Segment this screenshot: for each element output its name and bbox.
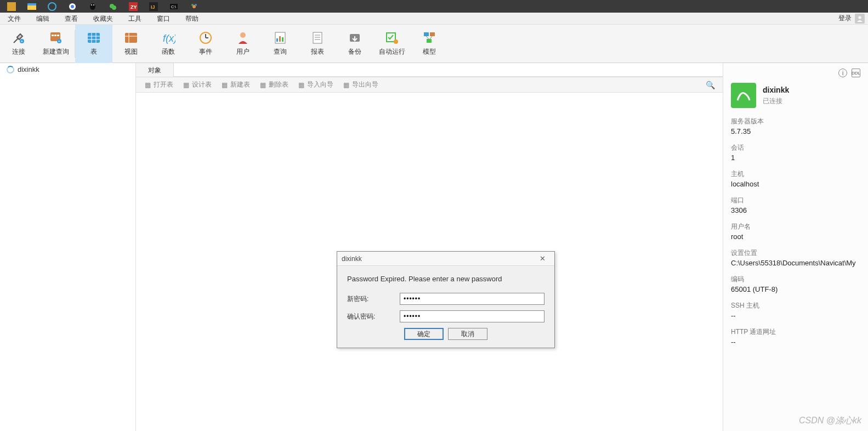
- sub-delete-table[interactable]: ▦删除表: [256, 79, 292, 90]
- info-label: 用户名: [731, 222, 860, 231]
- taskbar-app-1[interactable]: [1, 0, 21, 13]
- taskbar-app-2[interactable]: [21, 0, 42, 13]
- tool-report[interactable]: 报表: [299, 25, 336, 63]
- info-block: 设置位置C:\Users\55318\Documents\Navicat\My: [731, 248, 860, 267]
- svg-rect-55: [427, 39, 432, 43]
- info-value: --: [731, 311, 860, 320]
- address-bar[interactable]: [174, 63, 723, 77]
- tool-label: 视图: [124, 47, 138, 56]
- tool-event[interactable]: 事件: [187, 25, 224, 63]
- menu-help[interactable]: 帮助: [178, 13, 206, 25]
- search-icon[interactable]: 🔍: [706, 81, 718, 89]
- close-icon[interactable]: ✕: [535, 254, 550, 263]
- plug-icon: +: [12, 31, 26, 45]
- sidebar: dixinkk: [0, 63, 136, 431]
- menu-tools[interactable]: 工具: [121, 13, 149, 25]
- taskbar-app-8[interactable]: IJ: [143, 0, 163, 13]
- sub-design-table[interactable]: ▦设计表: [179, 79, 215, 90]
- menu-file[interactable]: 文件: [0, 13, 29, 25]
- tool-label: 查询: [274, 47, 287, 56]
- connection-name: dixinkk: [18, 65, 39, 73]
- tool-backup[interactable]: 备份: [336, 25, 373, 63]
- tool-label: 函数: [162, 47, 175, 56]
- sub-import[interactable]: ▦导入向导: [294, 79, 337, 90]
- info-block: 服务器版本5.7.35: [731, 117, 860, 135]
- open-table-icon: ▦: [144, 81, 151, 89]
- svg-point-7: [91, 4, 92, 5]
- clock-icon: [198, 31, 213, 45]
- model-icon: [422, 31, 436, 45]
- tool-view[interactable]: 视图: [112, 25, 150, 63]
- new-password-label: 新密码:: [347, 294, 400, 304]
- sub-open-table[interactable]: ▦打开表: [140, 79, 177, 90]
- sub-new-table[interactable]: ▦新建表: [217, 79, 253, 90]
- ddl-icon[interactable]: DDL: [852, 69, 860, 77]
- ok-button[interactable]: 确定: [404, 328, 444, 340]
- tool-autorun[interactable]: 自动运行: [373, 25, 411, 63]
- taskbar-app-10[interactable]: [184, 0, 204, 13]
- info-block: 用户名root: [731, 222, 860, 241]
- tool-query[interactable]: 查询: [262, 25, 299, 63]
- function-icon: f(x): [161, 31, 175, 45]
- menu-window[interactable]: 窗口: [149, 13, 178, 25]
- taskbar-app-5[interactable]: [82, 0, 103, 13]
- svg-point-10: [112, 5, 116, 10]
- design-table-icon: ▦: [182, 81, 190, 89]
- taskbar-app-9[interactable]: C:\: [163, 0, 184, 13]
- menu-view[interactable]: 查看: [57, 13, 86, 25]
- password-dialog: dixinkk ✕ Password Expired. Please enter…: [337, 251, 555, 348]
- tab-objects[interactable]: 对象: [136, 63, 174, 77]
- tool-user[interactable]: 用户: [224, 25, 262, 63]
- tool-label: 表: [90, 47, 97, 56]
- svg-line-56: [426, 36, 429, 39]
- tool-connection[interactable]: + 连接: [0, 25, 37, 63]
- taskbar-app-3[interactable]: [42, 0, 62, 13]
- confirm-password-input[interactable]: [400, 310, 544, 322]
- info-value: root: [731, 232, 860, 241]
- info-value: 3306: [731, 206, 860, 214]
- cancel-button[interactable]: 取消: [448, 328, 487, 340]
- sidebar-connection[interactable]: dixinkk: [0, 63, 135, 76]
- svg-point-18: [191, 4, 194, 6]
- tool-model[interactable]: 模型: [411, 25, 448, 63]
- menu-edit[interactable]: 编辑: [29, 13, 57, 25]
- sub-toolbar: ▦打开表 ▦设计表 ▦新建表 ▦删除表 ▦导入向导 ▦导出向导 🔍: [136, 77, 723, 93]
- taskbar-app-7[interactable]: ZY: [123, 0, 143, 13]
- tool-label: 用户: [236, 47, 249, 56]
- info-icon[interactable]: i: [838, 69, 847, 77]
- sub-export[interactable]: ▦导出向导: [339, 79, 382, 90]
- svg-rect-26: [57, 35, 59, 36]
- taskbar-app-6[interactable]: [103, 0, 123, 13]
- info-label: SSH 主机: [731, 301, 860, 310]
- tool-function[interactable]: f(x) 函数: [150, 25, 187, 63]
- taskbar-app-4[interactable]: [62, 0, 82, 13]
- menu-favorites[interactable]: 收藏夹: [86, 13, 121, 25]
- tool-table[interactable]: 表: [75, 25, 112, 63]
- tool-new-query[interactable]: + 新建查询: [37, 25, 75, 63]
- svg-text:+: +: [58, 39, 61, 44]
- avatar-icon[interactable]: [855, 14, 865, 24]
- info-label: 主机: [731, 169, 860, 179]
- dialog-message: Password Expired. Please enter a new pas…: [347, 275, 544, 283]
- svg-point-52: [394, 39, 398, 44]
- info-block: 编码65001 (UTF-8): [731, 275, 860, 293]
- connection-status: 已连接: [763, 97, 789, 106]
- query-icon: [273, 31, 287, 45]
- menubar: 文件 编辑 查看 收藏夹 工具 窗口 帮助 登录: [0, 13, 868, 25]
- svg-text:C:\: C:\: [171, 5, 176, 9]
- info-block: 端口3306: [731, 196, 860, 214]
- new-query-icon: +: [49, 31, 63, 45]
- main-area: dixinkk 对象 ▦打开表 ▦设计表 ▦新建表 ▦删除表 ▦导入向导 ▦导出…: [0, 63, 868, 431]
- new-password-input[interactable]: [400, 293, 544, 305]
- tool-label: 连接: [12, 47, 25, 56]
- main-toolbar: + 连接 + 新建查询 表 视图 f(x) 函数 事件 用户 查询 报表 备份 …: [0, 25, 868, 63]
- tool-label: 自动运行: [379, 47, 405, 56]
- info-block: 主机localhost: [731, 169, 860, 188]
- svg-rect-2: [27, 3, 36, 5]
- svg-rect-53: [424, 32, 429, 36]
- svg-rect-29: [88, 33, 100, 43]
- report-icon: [310, 31, 325, 45]
- info-block: HTTP 通道网址--: [731, 327, 860, 346]
- login-link[interactable]: 登录: [838, 14, 852, 23]
- watermark: CSDN @涤心kk: [799, 415, 861, 427]
